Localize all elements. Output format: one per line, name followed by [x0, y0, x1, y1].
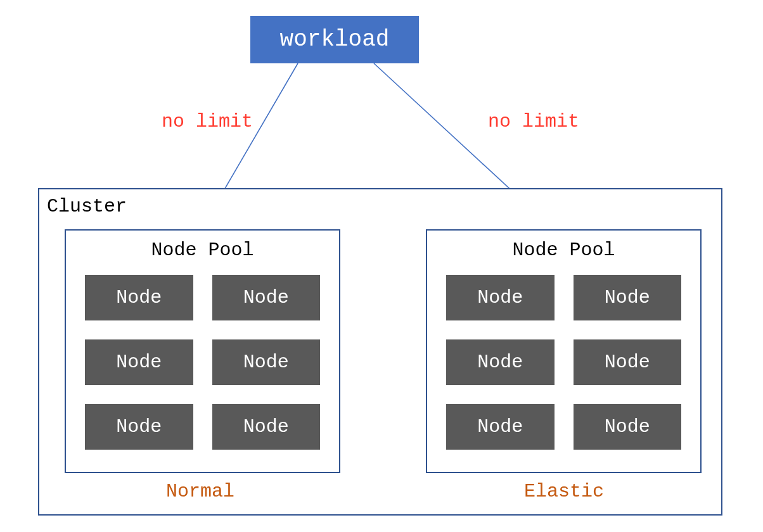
- pool-caption-left: Normal: [166, 481, 234, 502]
- diagram-canvas: workload no limit no limit Cluster Node …: [0, 0, 763, 532]
- node-box: Node: [446, 404, 555, 450]
- node-box: Node: [446, 275, 555, 320]
- edge-label-right: no limit: [488, 111, 579, 132]
- edge-label-left: no limit: [162, 111, 253, 132]
- node-box: Node: [212, 404, 321, 450]
- node-box: Node: [212, 339, 321, 385]
- node-box: Node: [85, 275, 193, 320]
- cluster-label: Cluster: [47, 196, 127, 217]
- nodepool-right-title: Node Pool: [427, 239, 700, 261]
- nodepool-left-grid: Node Node Node Node Node Node: [66, 261, 339, 469]
- cluster-box: Cluster Node Pool Node Node Node Node No…: [38, 188, 722, 516]
- nodepool-left: Node Pool Node Node Node Node Node Node: [65, 229, 340, 473]
- node-box: Node: [574, 404, 682, 450]
- node-box: Node: [212, 275, 321, 320]
- pool-caption-right: Elastic: [524, 481, 604, 502]
- nodepool-left-title: Node Pool: [66, 239, 339, 261]
- node-box: Node: [446, 339, 555, 385]
- node-box: Node: [574, 275, 682, 320]
- node-box: Node: [85, 404, 193, 450]
- workload-box: workload: [250, 16, 419, 63]
- workload-label: workload: [280, 27, 390, 53]
- node-box: Node: [574, 339, 682, 385]
- node-box: Node: [85, 339, 193, 385]
- nodepool-right: Node Pool Node Node Node Node Node Node: [426, 229, 702, 473]
- nodepool-right-grid: Node Node Node Node Node Node: [427, 261, 700, 469]
